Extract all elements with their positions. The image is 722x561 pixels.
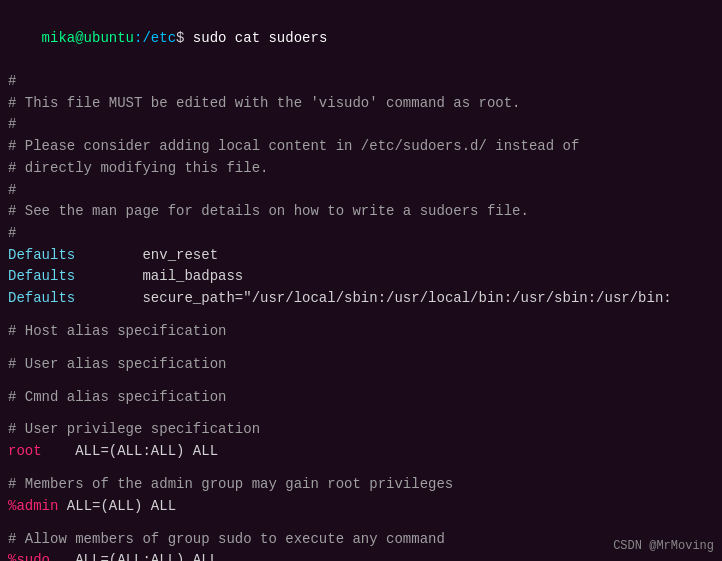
terminal-line: # See the man page for details on how to… [8,201,714,223]
terminal-line [8,517,714,528]
watermark: CSDN @MrMoving [613,539,714,553]
terminal-line: # directly modifying this file. [8,158,714,180]
terminal-line: # Members of the admin group may gain ro… [8,474,714,496]
terminal-line: # Please consider adding local content i… [8,136,714,158]
terminal-line: # [8,114,714,136]
terminal-line: # User alias specification [8,354,714,376]
terminal-line: root ALL=(ALL:ALL) ALL [8,441,714,463]
terminal-line [8,343,714,354]
terminal-line: # [8,180,714,202]
prompt-cmd: sudo cat sudoers [184,30,327,46]
terminal-line: %sudo ALL=(ALL:ALL) ALL [8,550,714,561]
terminal-line [8,375,714,386]
terminal-line: # [8,223,714,245]
terminal-line [8,310,714,321]
terminal-line: Defaults mail_badpass [8,266,714,288]
terminal-line: # This file MUST be edited with the 'vis… [8,93,714,115]
terminal-line: # Allow members of group sudo to execute… [8,529,714,551]
terminal: mika@ubuntu:/etc$ sudo cat sudoers ## Th… [0,0,722,561]
output-lines: ## This file MUST be edited with the 'vi… [8,71,714,561]
terminal-line: # User privilege specification [8,419,714,441]
prompt-line: mika@ubuntu:/etc$ sudo cat sudoers [8,6,714,71]
prompt-user: mika@ubuntu [42,30,134,46]
terminal-line: Defaults secure_path="/usr/local/sbin:/u… [8,288,714,310]
prompt-path: :/etc [134,30,176,46]
terminal-line: # Host alias specification [8,321,714,343]
terminal-line [8,408,714,419]
terminal-line: # [8,71,714,93]
terminal-line: # Cmnd alias specification [8,387,714,409]
terminal-line: %admin ALL=(ALL) ALL [8,496,714,518]
terminal-line [8,463,714,474]
terminal-line: Defaults env_reset [8,245,714,267]
